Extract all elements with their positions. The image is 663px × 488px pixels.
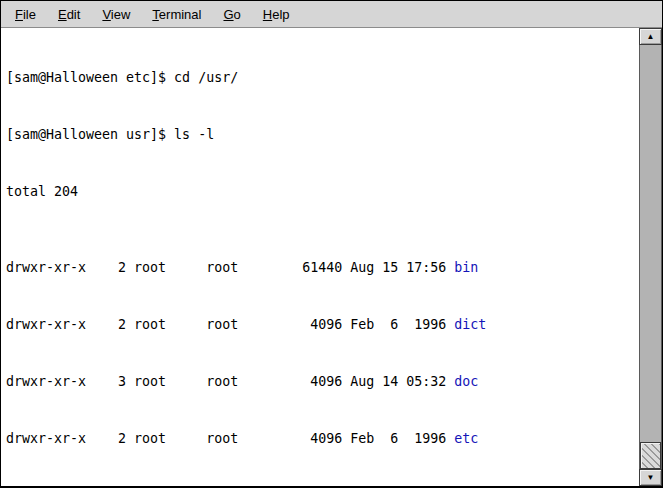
output-text: total 204 <box>6 184 78 199</box>
file-name: bin <box>454 260 478 275</box>
terminal-line: drwxr-xr-x 3 root root 4096 Aug 14 05:32… <box>6 372 639 391</box>
terminal-line: total 204 <box>6 182 639 201</box>
terminal-line: drwxr-xr-x 2 root root 4096 Feb 6 1996 e… <box>6 429 639 448</box>
scroll-up-button[interactable]: ▲ <box>639 28 662 45</box>
command-text: [sam@Halloween usr]$ ls -l <box>6 127 214 142</box>
scroll-down-button[interactable]: ▼ <box>639 469 662 486</box>
menu-item-edit[interactable]: Edit <box>54 5 84 24</box>
file-name: dict <box>454 317 486 332</box>
menu-item-help[interactable]: Help <box>259 5 294 24</box>
menu-item-view[interactable]: View <box>98 5 134 24</box>
menu-item-go[interactable]: Go <box>219 5 244 24</box>
terminal-line: drwxr-xr-x 2 root root 61440 Aug 15 17:5… <box>6 258 639 277</box>
scrollbar-trough[interactable] <box>639 45 662 469</box>
file-attrs: drwxr-xr-x 3 root root 4096 Aug 14 05:32 <box>6 374 454 389</box>
file-name: etc <box>454 431 478 446</box>
scroll-down-icon: ▼ <box>647 474 655 482</box>
terminal-line: [sam@Halloween usr]$ ls -l <box>6 125 639 144</box>
file-name: doc <box>454 374 478 389</box>
scrollbar-thumb[interactable] <box>640 442 661 469</box>
terminal-screen[interactable]: [sam@Halloween etc]$ cd /usr/ [sam@Hallo… <box>1 28 639 486</box>
command-text: [sam@Halloween etc]$ cd /usr/ <box>6 70 238 85</box>
file-attrs: drwxr-xr-x 2 root root 4096 Feb 6 1996 <box>6 431 454 446</box>
file-attrs: drwxr-xr-x 2 root root 61440 Aug 15 17:5… <box>6 260 454 275</box>
file-attrs: drwxr-xr-x 2 root root 4096 Feb 6 1996 <box>6 317 454 332</box>
menu-bar: File Edit View Terminal Go Help <box>1 1 662 28</box>
terminal-window: File Edit View Terminal Go Help [sam@Hal… <box>0 0 663 488</box>
menu-item-terminal[interactable]: Terminal <box>148 5 205 24</box>
menu-item-file[interactable]: File <box>11 5 40 24</box>
terminal-line: drwxr-xr-x 2 root root 4096 Feb 6 1996 d… <box>6 315 639 334</box>
scroll-up-icon: ▲ <box>647 33 655 41</box>
window-content: [sam@Halloween etc]$ cd /usr/ [sam@Hallo… <box>1 28 662 486</box>
scrollbar: ▲ ▼ <box>639 28 662 486</box>
terminal-line: [sam@Halloween etc]$ cd /usr/ <box>6 68 639 87</box>
